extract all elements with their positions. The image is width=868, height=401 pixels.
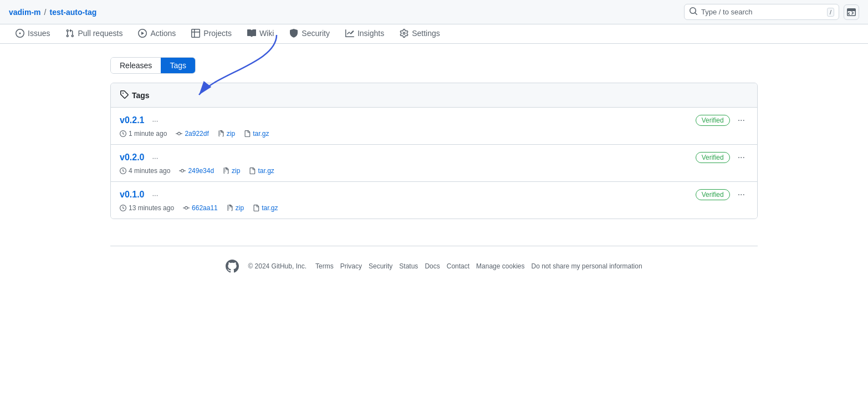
terminal-button[interactable] [844,4,859,20]
more-button-v021[interactable]: ··· [734,114,748,126]
nav-tab-wiki[interactable]: Wiki [241,24,280,43]
tag-name-v021[interactable]: v0.2.1 [120,115,144,125]
table-icon [191,29,200,38]
tags-tab-button[interactable]: Tags [161,58,195,73]
keyboard-shortcut-badge: / [827,8,834,17]
nav-projects-label: Projects [203,29,232,38]
tag-zip-v021: zip [218,130,235,138]
nav-tab-actions[interactable]: Actions [131,24,182,43]
tag-ellipsis-v021[interactable]: ··· [149,115,161,126]
more-button-v020[interactable]: ··· [734,151,748,164]
footer-link-personal-data[interactable]: Do not share my personal information [531,262,642,270]
shield-icon [289,29,298,38]
tag-zip-link-v020[interactable]: zip [232,167,240,175]
file-icon [253,205,259,211]
tag-targz-v010: tar.gz [253,204,278,212]
nav-insights-label: Insights [358,29,384,38]
releases-tab-button[interactable]: Releases [111,58,161,73]
nav-tab-settings[interactable]: Settings [393,24,447,43]
footer-link-cookies[interactable]: Manage cookies [476,262,524,270]
zip-icon [223,167,229,174]
footer-link-contact[interactable]: Contact [447,262,469,270]
tag-time-v021: 1 minute ago [120,130,167,138]
nav-tab-issues[interactable]: Issues [9,24,57,43]
footer-link-terms[interactable]: Terms [315,262,334,270]
footer-link-status[interactable]: Status [399,262,418,270]
circle-dot-icon [16,29,24,38]
git-pull-request-icon [65,29,74,38]
tag-row: v0.1.0 ··· Verified ··· 13 minutes ago [111,182,757,219]
nav-tab-insights[interactable]: Insights [339,24,391,43]
tag-targz-link-v020[interactable]: tar.gz [258,167,274,175]
verified-badge-v021: Verified [696,115,730,126]
tag-name-area: v0.2.0 ··· [120,153,161,163]
tag-name-area: v0.1.0 ··· [120,190,161,200]
main-content: Releases Tags Tags v0.2.1 ··· Verified [101,44,767,300]
breadcrumb-slash: / [44,8,47,17]
repo-nav: Issues Pull requests Actions Projects [0,24,868,44]
search-bar: Type / to search / [684,4,859,20]
tag-meta-v010: 13 minutes ago 662aa11 zip [120,204,748,212]
footer-links: Terms Privacy Security Status Docs Conta… [315,262,642,270]
search-icon [689,7,698,17]
repo-breadcrumb: vadim-m / test-auto-tag [9,8,96,17]
footer-link-privacy[interactable]: Privacy [340,262,362,270]
tag-row: v0.2.1 ··· Verified ··· 1 minute ago [111,108,757,145]
tag-zip-v010: zip [227,204,244,212]
nav-tab-pull-requests[interactable]: Pull requests [59,24,129,43]
tag-commit-v010: 662aa11 [183,204,218,212]
tag-zip-link-v021[interactable]: zip [227,130,235,138]
tag-commit-hash-v020[interactable]: 249e34d [188,167,214,175]
tag-name-v020[interactable]: v0.2.0 [120,153,144,163]
commit-icon [179,167,186,174]
releases-tags-toggle: Releases Tags [110,57,196,74]
file-icon [244,130,251,137]
tag-ellipsis-v010[interactable]: ··· [149,190,161,200]
tag-ellipsis-v020[interactable]: ··· [149,153,161,163]
tag-name-v010[interactable]: v0.1.0 [120,190,144,200]
search-placeholder-text: Type / to search [701,8,824,16]
clock-icon [120,205,126,211]
tag-row: v0.2.0 ··· Verified ··· 4 minutes ago [111,145,757,182]
tag-targz-v021: tar.gz [244,130,269,138]
tag-meta-v021: 1 minute ago 2a922df zip [120,130,748,138]
tags-section-header: Tags [111,83,757,108]
repo-name[interactable]: test-auto-tag [49,8,96,17]
tag-targz-v020: tar.gz [249,167,274,175]
verified-badge-v020: Verified [696,152,730,163]
tag-row-header: v0.1.0 ··· Verified ··· [120,189,748,201]
repo-owner[interactable]: vadim-m [9,8,41,17]
footer-link-docs[interactable]: Docs [425,262,440,270]
commit-icon [183,205,190,211]
tag-commit-v021: 2a922df [176,130,208,138]
tag-commit-hash-v021[interactable]: 2a922df [185,130,208,138]
nav-settings-label: Settings [412,29,440,38]
nav-wiki-label: Wiki [259,29,274,38]
tag-commit-hash-v010[interactable]: 662aa11 [192,204,218,212]
top-bar: vadim-m / test-auto-tag Type / to search… [0,0,868,24]
tag-commit-v020: 249e34d [179,167,214,175]
tag-row-header: v0.2.0 ··· Verified ··· [120,151,748,164]
tag-zip-link-v010[interactable]: zip [236,204,244,212]
tag-targz-link-v010[interactable]: tar.gz [262,204,278,212]
search-input-wrapper[interactable]: Type / to search / [684,4,839,20]
book-icon [247,29,256,38]
tag-zip-v020: zip [223,167,240,175]
tag-right-v020: Verified ··· [696,151,748,164]
tag-name-area: v0.2.1 ··· [120,115,161,126]
github-logo [226,260,239,273]
tag-targz-link-v021[interactable]: tar.gz [253,130,269,138]
tags-section: Tags v0.2.1 ··· Verified ··· 1 mi [110,83,758,219]
clock-icon [120,167,126,174]
nav-tab-security[interactable]: Security [283,24,336,43]
tag-right-v021: Verified ··· [696,114,748,126]
file-icon [249,167,256,174]
gear-icon [400,29,409,38]
more-button-v010[interactable]: ··· [734,189,748,201]
tag-right-v010: Verified ··· [696,189,748,201]
zip-icon [218,130,224,137]
nav-tab-projects[interactable]: Projects [185,24,238,43]
clock-icon [120,130,126,137]
nav-actions-label: Actions [150,29,176,38]
footer-link-security[interactable]: Security [369,262,392,270]
